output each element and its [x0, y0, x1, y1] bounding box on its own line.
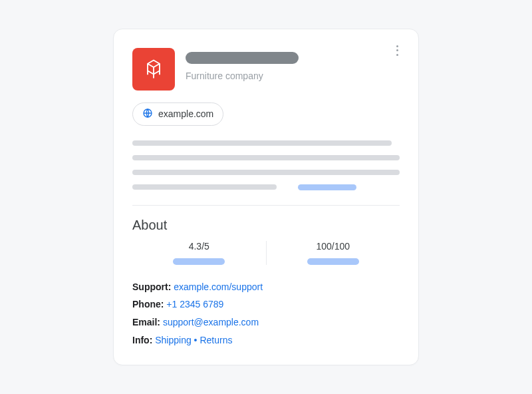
rating-card: 4.3/5 — [132, 241, 267, 265]
email-row: Email: support@example.com — [132, 313, 400, 331]
info-label: Info: — [132, 335, 152, 345]
company-logo — [132, 48, 175, 91]
phone-link[interactable]: +1 2345 6789 — [166, 299, 223, 309]
skeleton-line — [132, 170, 400, 175]
skeleton-line — [132, 140, 392, 146]
rating-source-link[interactable] — [173, 258, 225, 265]
email-label: Email: — [132, 317, 160, 327]
globe-icon — [142, 108, 153, 120]
info-separator: • — [194, 335, 198, 345]
description-placeholder-block — [132, 140, 400, 190]
shipping-link[interactable]: Shipping — [155, 335, 192, 345]
returns-link[interactable]: Returns — [200, 335, 232, 345]
contact-section: Support: example.com/support Phone: +1 2… — [132, 278, 400, 349]
overflow-menu-button[interactable] — [392, 45, 402, 56]
skeleton-line — [132, 184, 277, 190]
phone-row: Phone: +1 2345 6789 — [132, 296, 400, 313]
ratings-row: 4.3/5 100/100 — [132, 241, 400, 265]
rating-card: 100/100 — [267, 241, 400, 265]
title-placeholder — [186, 52, 299, 64]
info-row: Info: Shipping • Returns — [132, 331, 400, 349]
section-divider — [132, 205, 400, 206]
rating-value: 4.3/5 — [189, 241, 209, 252]
website-chip[interactable]: example.com — [132, 102, 223, 126]
knowledge-panel-card: Furniture company example.com About 4.3/… — [113, 29, 419, 365]
company-category: Furniture company — [186, 71, 400, 81]
rating-source-link[interactable] — [307, 258, 359, 265]
phone-label: Phone: — [132, 299, 164, 309]
support-link[interactable]: example.com/support — [174, 282, 263, 292]
skeleton-link[interactable] — [298, 184, 356, 190]
support-row: Support: example.com/support — [132, 278, 400, 296]
rating-value: 100/100 — [316, 241, 350, 252]
chair-cube-icon — [142, 57, 166, 81]
skeleton-line — [132, 155, 400, 160]
about-heading: About — [132, 218, 400, 233]
support-label: Support: — [132, 282, 171, 292]
title-block: Furniture company — [186, 48, 400, 91]
website-chip-label: example.com — [158, 108, 213, 119]
card-header: Furniture company — [132, 48, 400, 91]
email-link[interactable]: support@example.com — [163, 317, 259, 327]
